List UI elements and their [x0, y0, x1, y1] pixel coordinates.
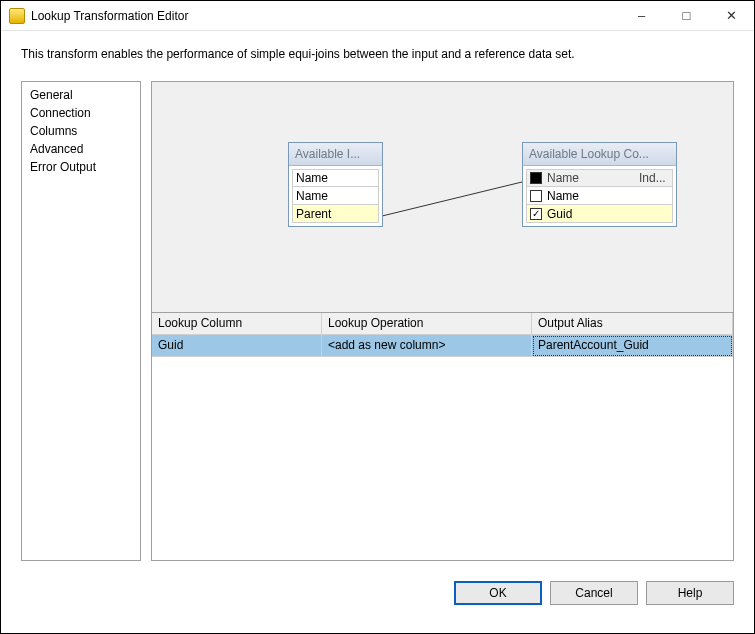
input-col-row[interactable]: Name — [292, 187, 379, 205]
mapping-area: Available I... Name Name Parent Availabl… — [152, 82, 733, 312]
checkbox-icon[interactable] — [530, 190, 542, 202]
cancel-button[interactable]: Cancel — [550, 581, 638, 605]
sidebar-item-connection[interactable]: Connection — [28, 104, 134, 122]
grid-header-output-alias[interactable]: Output Alias — [532, 313, 733, 335]
lookup-header-name: Name — [547, 171, 639, 185]
minimize-button[interactable]: – — [619, 1, 664, 31]
help-button[interactable]: Help — [646, 581, 734, 605]
window-title: Lookup Transformation Editor — [31, 9, 188, 23]
sidebar-item-error-output[interactable]: Error Output — [28, 158, 134, 176]
nav-sidebar: General Connection Columns Advanced Erro… — [21, 81, 141, 561]
close-button[interactable]: ✕ — [709, 1, 754, 31]
input-col-row[interactable]: Name — [292, 169, 379, 187]
cell-lookup-column[interactable]: Guid — [152, 335, 322, 357]
main-panel: Available I... Name Name Parent Availabl… — [151, 81, 734, 561]
grid-header-row: Lookup Column Lookup Operation Output Al… — [152, 313, 733, 335]
available-lookup-columns-box[interactable]: Available Lookup Co... Name Ind... Name … — [522, 142, 677, 227]
ok-button[interactable]: OK — [454, 581, 542, 605]
sidebar-item-columns[interactable]: Columns — [28, 122, 134, 140]
checkbox-icon[interactable] — [530, 208, 542, 220]
input-col-row[interactable]: Parent — [292, 205, 379, 223]
input-box-title: Available I... — [289, 143, 382, 166]
checkbox-icon[interactable] — [530, 172, 542, 184]
cell-output-alias[interactable]: ParentAccount_Guid — [532, 335, 733, 357]
lookup-col-row[interactable]: Name — [526, 187, 673, 205]
lookup-header-row: Name Ind... — [526, 169, 673, 187]
dialog-footer: OK Cancel Help — [1, 571, 754, 619]
sidebar-item-advanced[interactable]: Advanced — [28, 140, 134, 158]
lookup-box-title: Available Lookup Co... — [523, 143, 676, 166]
sidebar-item-general[interactable]: General — [28, 86, 134, 104]
title-bar: Lookup Transformation Editor – □ ✕ — [1, 1, 754, 31]
app-icon — [9, 8, 25, 24]
svg-line-0 — [382, 182, 522, 216]
grid-header-lookup-operation[interactable]: Lookup Operation — [322, 313, 532, 335]
description-text: This transform enables the performance o… — [1, 31, 754, 81]
lookup-col-row[interactable]: Guid — [526, 205, 673, 223]
output-grid: Lookup Column Lookup Operation Output Al… — [152, 312, 733, 560]
grid-header-lookup-column[interactable]: Lookup Column — [152, 313, 322, 335]
maximize-button[interactable]: □ — [664, 1, 709, 31]
grid-data-row[interactable]: Guid <add as new column> ParentAccount_G… — [152, 335, 733, 357]
cell-lookup-operation[interactable]: <add as new column> — [322, 335, 532, 357]
lookup-header-index: Ind... — [639, 171, 669, 185]
available-input-columns-box[interactable]: Available I... Name Name Parent — [288, 142, 383, 227]
